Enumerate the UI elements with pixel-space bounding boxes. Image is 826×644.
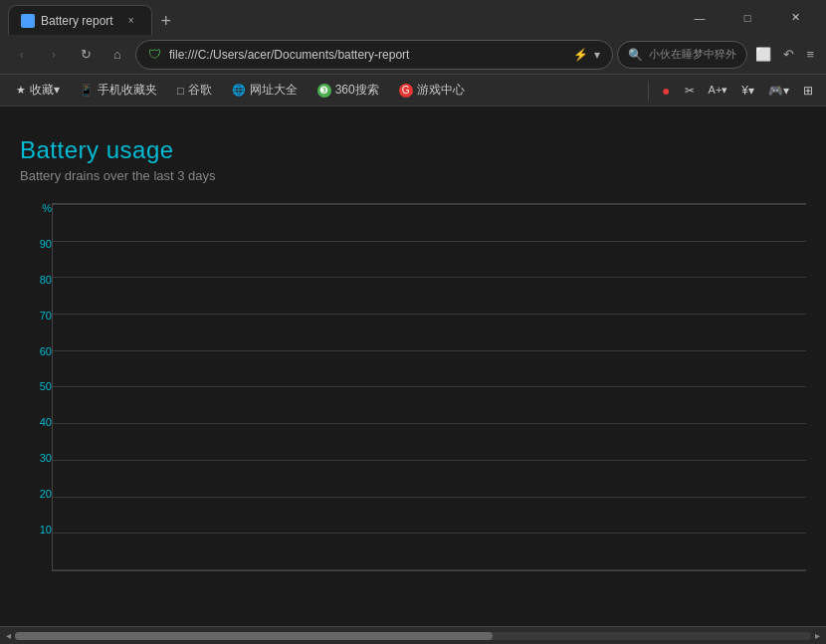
minimize-button[interactable]: — xyxy=(677,0,723,35)
scrollbar-thumb[interactable] xyxy=(15,632,493,640)
grid-line-40 xyxy=(53,423,806,424)
y-label-40: 40 xyxy=(40,417,52,428)
ext-icon-1: ● xyxy=(662,83,670,99)
ext-btn-1[interactable]: ● xyxy=(657,81,675,101)
y-label-60: 60 xyxy=(40,346,52,357)
bookmark-collect[interactable]: ★ 收藏▾ xyxy=(8,80,68,101)
grid-line-90 xyxy=(53,241,806,242)
maximize-icon: □ xyxy=(744,12,751,24)
ext-btn-6[interactable]: ⊞ xyxy=(798,82,818,100)
security-icon: 🛡 xyxy=(148,47,161,62)
title-bar: Battery report × + — □ ✕ xyxy=(0,0,826,35)
bookmark-google-label: 谷歌 xyxy=(188,82,212,99)
tab-title: Battery report xyxy=(41,14,113,28)
search-box[interactable]: 🔍 小伙在睡梦中猝外 xyxy=(617,41,747,69)
bookmark-nav-label: 网址大全 xyxy=(250,82,298,99)
page-content: Battery usage Battery drains over the la… xyxy=(0,107,826,626)
tab-close-button[interactable]: × xyxy=(123,13,139,29)
grid-line-bottom xyxy=(53,569,806,570)
refresh-icon: ↻ xyxy=(81,47,92,62)
ext-icon-6: ⊞ xyxy=(803,84,813,98)
y-axis-percent-label: % xyxy=(42,203,52,214)
more-menu-icon[interactable]: ≡ xyxy=(802,43,818,66)
grid-line-20 xyxy=(53,497,806,498)
ext-btn-5[interactable]: 🎮▾ xyxy=(763,82,794,100)
y-label-70: 70 xyxy=(40,311,52,322)
battery-chart: % 90 80 70 60 50 40 30 20 10 0 xyxy=(20,203,806,571)
bookmark-mobile[interactable]: 📱 手机收藏夹 xyxy=(72,80,165,101)
window-controls: — □ ✕ xyxy=(677,0,818,35)
scroll-left-arrow[interactable]: ◂ xyxy=(2,630,15,641)
home-icon: ⌂ xyxy=(113,47,121,62)
tab-strip: Battery report × + xyxy=(8,0,180,35)
grid-line-60 xyxy=(53,350,806,351)
grid-line-70 xyxy=(53,314,806,315)
home-button[interactable]: ⌂ xyxy=(103,41,131,69)
minimize-icon: — xyxy=(695,12,706,24)
bookmark-mobile-label: 手机收藏夹 xyxy=(98,82,157,99)
lightning-icon[interactable]: ⚡ xyxy=(573,48,588,62)
y-label-30: 30 xyxy=(40,453,52,464)
google-icon: □ xyxy=(177,85,184,97)
search-icon: 🔍 xyxy=(628,48,643,62)
bookmark-360-label: 360搜索 xyxy=(335,82,379,99)
grid-line-80 xyxy=(53,277,806,278)
360-icon: ❸ xyxy=(317,84,331,98)
bookmark-nav[interactable]: 🌐 网址大全 xyxy=(224,80,306,101)
browser-tab[interactable]: Battery report × xyxy=(8,5,152,35)
y-label-90: 90 xyxy=(40,239,52,250)
bookmark-360[interactable]: ❸ 360搜索 xyxy=(310,80,387,101)
chart-plot xyxy=(52,203,806,571)
chart-inner: % 90 80 70 60 50 40 30 20 10 0 xyxy=(20,203,806,571)
page-subtitle: Battery drains over the last 3 days xyxy=(20,168,806,183)
forward-icon: › xyxy=(52,47,56,62)
bookmarks-bar: ★ 收藏▾ 📱 手机收藏夹 □ 谷歌 🌐 网址大全 ❸ 360搜索 G 游戏中心… xyxy=(0,75,826,107)
bookmark-games-label: 游戏中心 xyxy=(417,82,465,99)
bookmark-google[interactable]: □ 谷歌 xyxy=(169,80,220,101)
ext-icon-3: A+▾ xyxy=(709,84,728,97)
ext-icon-2: ✂ xyxy=(685,84,695,98)
y-label-20: 20 xyxy=(40,489,52,500)
toolbar: ‹ › ↻ ⌂ 🛡 file:///C:/Users/acer/Document… xyxy=(0,35,826,75)
dropdown-icon[interactable]: ▾ xyxy=(594,48,600,62)
games-icon: G xyxy=(399,84,413,98)
forward-button[interactable]: › xyxy=(40,41,68,69)
horizontal-scrollbar[interactable]: ◂ ▸ xyxy=(0,626,826,644)
bookmarks-separator xyxy=(648,81,649,101)
close-button[interactable]: ✕ xyxy=(772,0,818,35)
address-bar-icons: ⚡ ▾ xyxy=(573,48,600,62)
star-icon: ★ xyxy=(16,84,26,97)
mobile-icon: 📱 xyxy=(80,84,94,97)
grid-line-top xyxy=(53,204,806,205)
back-button[interactable]: ‹ xyxy=(8,41,36,69)
search-placeholder-text: 小伙在睡梦中猝外 xyxy=(649,47,736,62)
scrollbar-track[interactable] xyxy=(15,632,811,640)
maximize-button[interactable]: □ xyxy=(724,0,770,35)
undo-icon[interactable]: ↶ xyxy=(779,43,798,66)
grid-line-50 xyxy=(53,386,806,387)
grid-line-30 xyxy=(53,460,806,461)
bookmark-games[interactable]: G 游戏中心 xyxy=(391,80,473,101)
ext-btn-3[interactable]: A+▾ xyxy=(704,82,733,99)
nav-icon: 🌐 xyxy=(232,84,246,97)
close-icon: ✕ xyxy=(791,11,800,24)
y-label-50: 50 xyxy=(40,381,52,392)
y-axis: % 90 80 70 60 50 40 30 20 10 0 xyxy=(20,203,52,571)
ext-icon-4: ¥▾ xyxy=(741,84,754,98)
title-bar-left: Battery report × + xyxy=(8,0,677,35)
back-icon: ‹ xyxy=(20,47,24,62)
grid-line-10 xyxy=(53,533,806,534)
ext-btn-4[interactable]: ¥▾ xyxy=(736,82,759,100)
url-text: file:///C:/Users/acer/Documents/battery-… xyxy=(169,48,565,62)
y-label-80: 80 xyxy=(40,275,52,286)
refresh-button[interactable]: ↻ xyxy=(72,41,100,69)
ext-btn-2[interactable]: ✂ xyxy=(680,82,700,100)
address-bar[interactable]: 🛡 file:///C:/Users/acer/Documents/batter… xyxy=(135,40,613,70)
browser-chrome: Battery report × + — □ ✕ ‹ › ↻ xyxy=(0,0,826,107)
page-title: Battery usage xyxy=(20,136,806,164)
y-label-10: 10 xyxy=(40,525,52,536)
new-tab-button[interactable]: + xyxy=(152,7,180,35)
scroll-right-arrow[interactable]: ▸ xyxy=(811,630,824,641)
bookmark-collect-label: 收藏▾ xyxy=(30,82,60,99)
tablet-icon[interactable]: ⬜ xyxy=(751,43,775,66)
